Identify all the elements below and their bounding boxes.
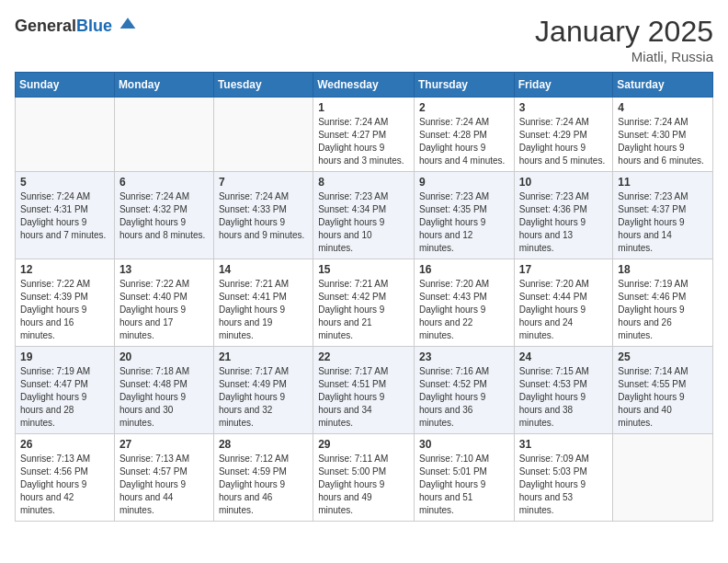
day-number: 16: [419, 263, 509, 276]
day-info: Sunrise: 7:20 AMSunset: 4:43 PMDaylight …: [419, 278, 509, 342]
weekday-header-friday: Friday: [514, 73, 613, 98]
day-number: 18: [618, 263, 708, 276]
calendar-cell: 8Sunrise: 7:23 AMSunset: 4:34 PMDaylight…: [313, 172, 415, 259]
day-info: Sunrise: 7:23 AMSunset: 4:34 PMDaylight …: [318, 190, 409, 255]
day-number: 24: [519, 350, 609, 363]
day-info: Sunrise: 7:24 AMSunset: 4:28 PMDaylight …: [419, 116, 509, 167]
logo-icon: [119, 15, 137, 33]
calendar-cell: 22Sunrise: 7:17 AMSunset: 4:51 PMDayligh…: [313, 347, 415, 434]
calendar-cell: 12Sunrise: 7:22 AMSunset: 4:39 PMDayligh…: [16, 259, 115, 347]
day-number: 25: [618, 350, 708, 363]
day-number: 19: [20, 350, 109, 363]
day-info: Sunrise: 7:10 AMSunset: 5:01 PMDaylight …: [419, 453, 509, 517]
day-info: Sunrise: 7:11 AMSunset: 5:00 PMDaylight …: [318, 453, 409, 517]
calendar-cell: 31Sunrise: 7:09 AMSunset: 5:03 PMDayligh…: [514, 434, 613, 522]
day-number: 12: [20, 263, 109, 276]
weekday-header-row: SundayMondayTuesdayWednesdayThursdayFrid…: [16, 73, 713, 98]
calendar-week-row: 1Sunrise: 7:24 AMSunset: 4:27 PMDaylight…: [16, 98, 713, 172]
day-info: Sunrise: 7:13 AMSunset: 4:56 PMDaylight …: [20, 453, 109, 517]
calendar-cell: 18Sunrise: 7:19 AMSunset: 4:46 PMDayligh…: [613, 259, 713, 347]
calendar-cell: 13Sunrise: 7:22 AMSunset: 4:40 PMDayligh…: [114, 259, 213, 347]
calendar-cell: 23Sunrise: 7:16 AMSunset: 4:52 PMDayligh…: [415, 347, 515, 434]
svg-marker-0: [119, 17, 135, 29]
calendar-cell: 21Sunrise: 7:17 AMSunset: 4:49 PMDayligh…: [213, 347, 313, 434]
day-number: 21: [219, 350, 308, 363]
day-number: 14: [219, 263, 308, 276]
calendar-cell: 6Sunrise: 7:24 AMSunset: 4:32 PMDaylight…: [114, 172, 213, 259]
calendar-cell: 28Sunrise: 7:12 AMSunset: 4:59 PMDayligh…: [213, 434, 313, 522]
day-number: 3: [519, 101, 609, 114]
calendar-week-row: 26Sunrise: 7:13 AMSunset: 4:56 PMDayligh…: [16, 434, 713, 522]
calendar-cell: 3Sunrise: 7:24 AMSunset: 4:29 PMDaylight…: [514, 98, 613, 172]
calendar-cell: 11Sunrise: 7:23 AMSunset: 4:37 PMDayligh…: [613, 172, 713, 259]
weekday-header-wednesday: Wednesday: [313, 73, 415, 98]
logo: GeneralBlue: [15, 15, 137, 40]
day-number: 13: [119, 263, 209, 276]
calendar-cell: 24Sunrise: 7:15 AMSunset: 4:53 PMDayligh…: [514, 347, 613, 434]
day-info: Sunrise: 7:24 AMSunset: 4:27 PMDaylight …: [318, 116, 409, 167]
day-info: Sunrise: 7:16 AMSunset: 4:52 PMDaylight …: [419, 365, 509, 430]
weekday-header-tuesday: Tuesday: [213, 73, 313, 98]
day-info: Sunrise: 7:15 AMSunset: 4:53 PMDaylight …: [519, 365, 609, 430]
calendar-cell: 1Sunrise: 7:24 AMSunset: 4:27 PMDaylight…: [313, 98, 415, 172]
day-info: Sunrise: 7:22 AMSunset: 4:39 PMDaylight …: [20, 278, 109, 342]
weekday-header-saturday: Saturday: [613, 73, 713, 98]
day-info: Sunrise: 7:17 AMSunset: 4:49 PMDaylight …: [219, 365, 308, 430]
calendar-cell: 2Sunrise: 7:24 AMSunset: 4:28 PMDaylight…: [415, 98, 515, 172]
day-info: Sunrise: 7:24 AMSunset: 4:29 PMDaylight …: [519, 116, 609, 167]
calendar-cell: [114, 98, 213, 172]
calendar-cell: [213, 98, 313, 172]
calendar-cell: 20Sunrise: 7:18 AMSunset: 4:48 PMDayligh…: [114, 347, 213, 434]
logo-blue: Blue: [76, 17, 112, 35]
calendar-cell: 10Sunrise: 7:23 AMSunset: 4:36 PMDayligh…: [514, 172, 613, 259]
title-block: January 2025 Miatli, Russia: [535, 15, 713, 64]
calendar-cell: 9Sunrise: 7:23 AMSunset: 4:35 PMDaylight…: [415, 172, 515, 259]
day-info: Sunrise: 7:19 AMSunset: 4:46 PMDaylight …: [618, 278, 708, 342]
weekday-header-sunday: Sunday: [16, 73, 115, 98]
day-number: 31: [519, 438, 609, 451]
day-number: 7: [219, 176, 308, 189]
day-info: Sunrise: 7:22 AMSunset: 4:40 PMDaylight …: [119, 278, 209, 342]
day-info: Sunrise: 7:24 AMSunset: 4:30 PMDaylight …: [618, 116, 708, 167]
calendar-cell: 17Sunrise: 7:20 AMSunset: 4:44 PMDayligh…: [514, 259, 613, 347]
day-number: 9: [419, 176, 509, 189]
day-info: Sunrise: 7:21 AMSunset: 4:42 PMDaylight …: [318, 278, 409, 342]
day-number: 15: [318, 263, 409, 276]
day-info: Sunrise: 7:24 AMSunset: 4:33 PMDaylight …: [219, 190, 308, 242]
day-info: Sunrise: 7:18 AMSunset: 4:48 PMDaylight …: [119, 365, 209, 430]
calendar-cell: 27Sunrise: 7:13 AMSunset: 4:57 PMDayligh…: [114, 434, 213, 522]
day-number: 1: [318, 101, 409, 114]
calendar-cell: 19Sunrise: 7:19 AMSunset: 4:47 PMDayligh…: [16, 347, 115, 434]
weekday-header-thursday: Thursday: [415, 73, 515, 98]
day-number: 20: [119, 350, 209, 363]
day-info: Sunrise: 7:21 AMSunset: 4:41 PMDaylight …: [219, 278, 308, 342]
calendar-cell: 16Sunrise: 7:20 AMSunset: 4:43 PMDayligh…: [415, 259, 515, 347]
day-info: Sunrise: 7:20 AMSunset: 4:44 PMDaylight …: [519, 278, 609, 342]
day-number: 10: [519, 176, 609, 189]
day-info: Sunrise: 7:23 AMSunset: 4:37 PMDaylight …: [618, 190, 708, 255]
day-number: 26: [20, 438, 109, 451]
calendar-week-row: 19Sunrise: 7:19 AMSunset: 4:47 PMDayligh…: [16, 347, 713, 434]
day-number: 4: [618, 101, 708, 114]
day-number: 30: [419, 438, 509, 451]
day-info: Sunrise: 7:12 AMSunset: 4:59 PMDaylight …: [219, 453, 308, 517]
day-number: 8: [318, 176, 409, 189]
day-number: 28: [219, 438, 308, 451]
calendar-cell: 30Sunrise: 7:10 AMSunset: 5:01 PMDayligh…: [415, 434, 515, 522]
day-number: 11: [618, 176, 708, 189]
day-number: 6: [119, 176, 209, 189]
calendar-cell: 7Sunrise: 7:24 AMSunset: 4:33 PMDaylight…: [213, 172, 313, 259]
calendar-cell: 25Sunrise: 7:14 AMSunset: 4:55 PMDayligh…: [613, 347, 713, 434]
calendar-cell: 4Sunrise: 7:24 AMSunset: 4:30 PMDaylight…: [613, 98, 713, 172]
day-number: 23: [419, 350, 509, 363]
day-info: Sunrise: 7:23 AMSunset: 4:35 PMDaylight …: [419, 190, 509, 255]
day-number: 27: [119, 438, 209, 451]
day-number: 17: [519, 263, 609, 276]
day-info: Sunrise: 7:23 AMSunset: 4:36 PMDaylight …: [519, 190, 609, 255]
weekday-header-monday: Monday: [114, 73, 213, 98]
day-info: Sunrise: 7:17 AMSunset: 4:51 PMDaylight …: [318, 365, 409, 430]
calendar-cell: [16, 98, 115, 172]
calendar-cell: 26Sunrise: 7:13 AMSunset: 4:56 PMDayligh…: [16, 434, 115, 522]
calendar-cell: 14Sunrise: 7:21 AMSunset: 4:41 PMDayligh…: [213, 259, 313, 347]
day-info: Sunrise: 7:14 AMSunset: 4:55 PMDaylight …: [618, 365, 708, 430]
